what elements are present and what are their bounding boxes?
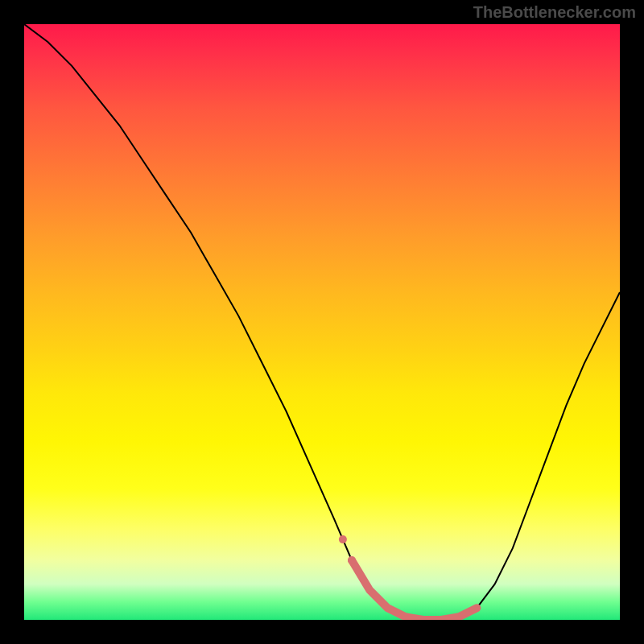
attribution-text: TheBottlenecker.com <box>473 3 636 22</box>
highlight-marker <box>352 560 477 620</box>
curve-group <box>24 24 620 620</box>
plot-area <box>24 24 620 620</box>
highlight-dot <box>348 556 356 564</box>
bottleneck-curve <box>24 24 620 620</box>
chart-svg <box>24 24 620 620</box>
highlight-dot <box>339 535 347 543</box>
